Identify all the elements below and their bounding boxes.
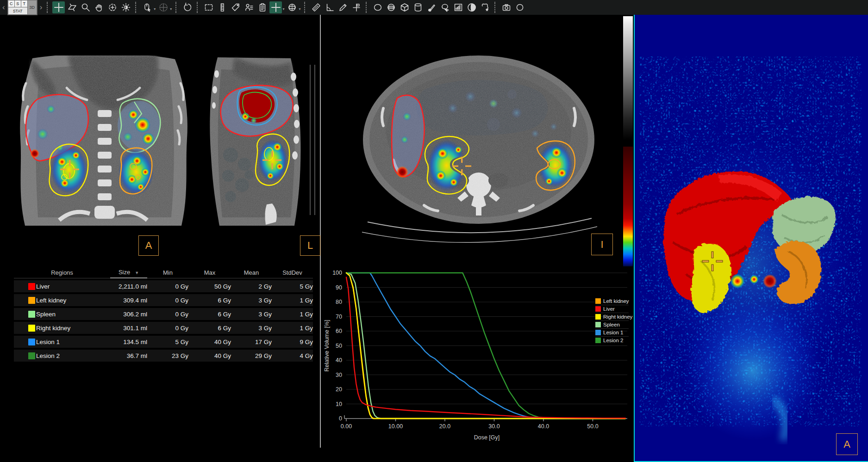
column-header-min[interactable]: Min [147,269,188,276]
layout-selector[interactable]: C S T STAT 3D [7,0,37,15]
tag-tool[interactable] [229,1,242,13]
sphere-localizer-tool[interactable] [286,1,298,13]
point-localizer-dropdown[interactable]: ▾ [282,7,284,11]
viewport-coronal[interactable] [4,55,203,227]
report-clipboard-tool[interactable] [256,1,269,13]
pet-dose-colorbar[interactable] [623,147,633,266]
contour-boolean-tool[interactable] [465,1,478,13]
region-row[interactable]: Left kidney309.4 ml0 Gy6 Gy3 Gy1 Gy [14,294,313,306]
viewport-axial[interactable] [355,39,605,243]
point-marker-tool[interactable] [350,1,362,13]
region-row[interactable]: Right kidney301.1 ml0 Gy6 Gy3 Gy1 Gy [14,322,313,334]
legend-entry[interactable]: Spleen [595,321,629,329]
layout-next-button[interactable]: › [38,3,44,12]
column-header-stddev[interactable]: StdDev [272,269,313,276]
region-color-swatch[interactable] [28,311,35,318]
legend-entry[interactable]: Lesion 1 [595,329,629,337]
orientation-label-volume: A [836,433,858,455]
paint-brush-tool[interactable] [425,1,437,13]
sphere-icon [386,2,396,12]
layout-cell-sagittal[interactable]: S [15,0,21,7]
ruler-measure-tool[interactable] [310,1,322,13]
viewport-sagittal[interactable] [203,55,318,227]
tag-icon [231,2,241,12]
zoom-tool[interactable] [79,1,92,13]
mouse-mode-tool[interactable] [141,1,153,13]
legend-label: Lesion 1 [603,330,623,335]
region-size-cell: 301.1 ml [110,325,147,332]
layout-cell-coronal[interactable]: C [8,0,14,7]
ellipse-icon [373,2,383,12]
reset-view-tool[interactable] [181,1,194,13]
patient-info-tool[interactable] [243,1,255,13]
region-max-cell: 6 Gy [188,297,231,304]
brush-icon [426,2,437,12]
region-name-cell: Spleen [36,311,110,318]
region-color-swatch[interactable] [28,325,35,332]
region-min-cell: 23 Gy [147,352,188,359]
region-color-swatch[interactable] [28,352,35,359]
region-size-cell: 2,211.0 ml [110,283,147,290]
mouse-mode-dropdown[interactable]: ▾ [154,7,156,11]
crosshair-tool[interactable] [52,1,65,13]
dvh-chart[interactable]: 0.0010.0020.030.040.050.0010203040506070… [323,267,629,456]
pencil-icon [338,2,348,12]
angle-icon [325,2,335,12]
legend-entry[interactable]: Lesion 2 [595,337,629,344]
draw-ellipse-tool[interactable] [371,1,384,13]
scale-ruler-tool[interactable] [216,1,228,13]
marquee-select-tool[interactable] [202,1,215,13]
main-toolbar: ‹ C S T STAT 3D › ▾ ▾ ▾ ▾ [0,0,868,15]
oblique-slice-tool[interactable] [66,1,78,13]
region-row[interactable]: Lesion 236.7 ml23 Gy40 Gy29 Gy4 Gy [14,350,313,362]
region-stddev-cell: 1 Gy [272,311,313,318]
ct-grayscale-colorbar[interactable] [623,16,633,144]
draw-circle-tool[interactable] [513,1,526,13]
window-level-tool[interactable] [119,1,132,13]
draw-cylinder-tool[interactable] [412,1,424,13]
contour-star-tool[interactable] [479,1,491,13]
layout-cell-stat[interactable]: STAT [8,7,27,14]
y-tick-label: 60 [336,328,342,334]
layout-prev-button[interactable]: ‹ [1,3,6,12]
region-color-swatch[interactable] [28,339,35,345]
region-name-cell: Lesion 2 [36,352,110,359]
move-tool-dropdown[interactable]: ▾ [170,7,172,11]
y-tick-label: 50 [336,343,342,349]
oblique-slice-icon [67,2,77,12]
x-tick-label: 10.00 [388,423,403,430]
region-row[interactable]: Lesion 1134.5 ml5 Gy40 Gy17 Gy9 Gy [14,336,313,348]
layout-cell-transaxial[interactable]: T [21,0,27,7]
region-mean-cell: 3 Gy [231,297,272,304]
legend-entry[interactable]: Right kidney [595,313,629,321]
legend-entry[interactable]: Left kidney [595,297,629,305]
viewport-3d-volume[interactable] [634,14,868,462]
legend-entry[interactable]: Liver [595,305,629,313]
draw-cube-tool[interactable] [398,1,411,13]
point-localizer-tool[interactable] [269,1,282,13]
pencil-annotate-tool[interactable] [337,1,349,13]
y-tick-label: 20 [336,386,342,393]
region-row[interactable]: Spleen306.2 ml0 Gy6 Gy3 Gy1 Gy [14,308,313,320]
move-tool[interactable] [157,1,169,13]
layout-cell-3d[interactable]: 3D [28,0,37,14]
column-header-regions[interactable]: Regions [14,269,110,276]
region-color-swatch[interactable] [28,283,35,290]
sphere-localizer-dropdown[interactable]: ▾ [299,7,300,11]
region-color-swatch[interactable] [28,297,35,304]
column-header-max[interactable]: Max [188,269,231,276]
half-filled-blob-icon [467,2,477,12]
column-header-mean[interactable]: Mean [231,269,272,276]
region-row[interactable]: Liver2,211.0 ml0 Gy50 Gy2 Gy5 Gy [14,280,313,292]
smart-select-tool[interactable] [438,1,451,13]
pan-tool[interactable] [93,1,105,13]
draw-sphere-tool[interactable] [385,1,397,13]
dashed-rect-icon [204,2,214,12]
region-histogram-tool[interactable] [452,1,464,13]
rotate-view-tool[interactable] [106,1,119,13]
sagittal-table-lines [310,65,315,215]
angle-measure-tool[interactable] [323,1,336,13]
column-header-size[interactable]: Size▼ [110,267,147,278]
pane-divider[interactable] [320,15,321,448]
screenshot-camera-tool[interactable] [500,1,512,13]
